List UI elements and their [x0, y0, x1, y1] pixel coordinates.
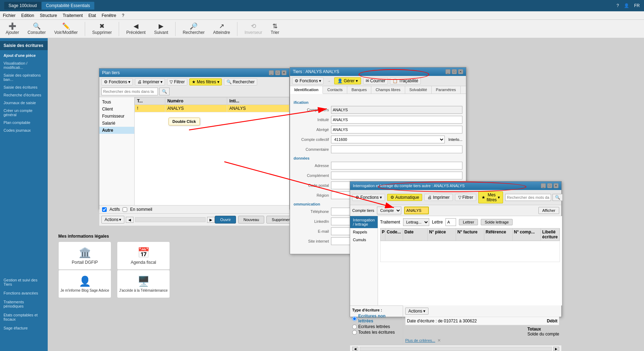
- scroll-right-btn[interactable]: ▶: [207, 217, 215, 223]
- tiers-tab-solvabilite[interactable]: Solvabilité: [405, 86, 432, 94]
- atteindre-button[interactable]: ↗ Atteindre: [210, 22, 233, 36]
- sidebar-item-plan-comptable[interactable]: Plan comptable: [0, 119, 48, 126]
- interro-maximize[interactable]: □: [547, 183, 552, 188]
- telemaintenance-card[interactable]: 🖥️ J'accède à la Télémaintenance: [117, 270, 170, 298]
- agenda-fiscal-card[interactable]: 📅 Agenda fiscal: [117, 242, 170, 270]
- pt-rechercher-btn[interactable]: 🔍 Rechercher: [224, 78, 257, 85]
- interro-filtrer-btn[interactable]: ▽ Filtrer: [455, 194, 477, 201]
- interro-automatique-btn[interactable]: ⚙ Automatique: [387, 194, 422, 201]
- afficher-btn[interactable]: Afficher: [538, 207, 559, 214]
- pt-fonctions-btn[interactable]: ⚙ Fonctions ▾: [101, 78, 133, 85]
- pt-imprimer-btn[interactable]: 🖨 Imprimer ▾: [135, 78, 165, 85]
- filter-autre[interactable]: Autre: [99, 127, 134, 134]
- sidebar-item-gestion-tiers[interactable]: Gestion et suivi des Tiers: [0, 275, 48, 288]
- suivant-button[interactable]: ▶ Suivant: [151, 22, 171, 36]
- menu-fichier[interactable]: Fichier: [3, 13, 16, 18]
- menu-traitement[interactable]: Traitement: [63, 13, 83, 18]
- tiers-maximize[interactable]: □: [452, 69, 457, 74]
- compte-tiers-input[interactable]: [331, 106, 462, 114]
- table-row[interactable]: ! ANALYS ANALYS: [135, 105, 289, 112]
- tiers-close[interactable]: ✕: [458, 69, 463, 74]
- tiers-tab-identification[interactable]: Identification: [290, 86, 323, 94]
- lettre-input[interactable]: [445, 218, 456, 226]
- menu-edition[interactable]: Edition: [21, 13, 34, 18]
- sommeil-checkbox[interactable]: [123, 207, 127, 212]
- scrollbar[interactable]: [135, 217, 206, 222]
- sidebar-item-codes-journaux[interactable]: Codes journaux: [0, 126, 48, 134]
- sidebar-item-operations-ban[interactable]: Saisie des opérations ban...: [0, 71, 48, 83]
- blog-sage-card[interactable]: 👤 Je m'informe Blog Sage Advice: [58, 270, 111, 298]
- trier-button[interactable]: ⇅ Trier: [268, 22, 282, 36]
- compte-value-input[interactable]: [404, 207, 429, 214]
- interro-close[interactable]: ✕: [554, 183, 559, 188]
- scroll-left-btn2[interactable]: ◀: [352, 347, 358, 351]
- tab-comptabilite[interactable]: Comptabilité Essentials: [42, 2, 94, 10]
- solde-lettrage-btn[interactable]: Solde lettrage: [481, 219, 513, 225]
- interro-search-input[interactable]: [505, 194, 551, 201]
- complement-input[interactable]: [331, 172, 462, 179]
- sidebar-item-etats[interactable]: Etats comptables et fiscaux: [0, 310, 48, 323]
- sidebar-item-traitements[interactable]: Traitements périodiques: [0, 297, 48, 310]
- filter-tous[interactable]: Tous: [99, 99, 134, 106]
- lettrer-btn[interactable]: Lettrer: [459, 219, 478, 225]
- sidebar-item-creer-compte[interactable]: Créer un compte général: [0, 107, 48, 119]
- ecritures-non-lettrees-radio[interactable]: [352, 316, 357, 321]
- criteres-close-icon[interactable]: ✕: [437, 338, 441, 343]
- menu-structure[interactable]: Structure: [40, 13, 57, 18]
- horizontal-scrollbar[interactable]: [360, 347, 552, 351]
- sidebar-item-recherche[interactable]: Recherche d'écritures: [0, 91, 48, 99]
- voir-modifier-button[interactable]: ✏️ Voir/Modifier: [51, 22, 81, 36]
- plan-tiers-minimize[interactable]: _: [269, 70, 274, 75]
- plan-tiers-maximize[interactable]: □: [275, 70, 280, 75]
- tiers-tab-champs-libres[interactable]: Champs libres: [371, 86, 405, 94]
- traitement-select[interactable]: Lettrag...: [403, 218, 429, 226]
- filter-client[interactable]: Client: [99, 106, 134, 113]
- interro-mes-filtres-btn[interactable]: ★ Mes filtres ▾: [478, 191, 503, 203]
- sidebar-item-ajout[interactable]: Ajout d'une pièce: [0, 52, 48, 59]
- tiers-courrier-btn[interactable]: ✉ Courrier: [363, 77, 388, 84]
- nouveau-btn[interactable]: Nouveau: [238, 216, 264, 224]
- scroll-left-btn[interactable]: ◀: [126, 217, 134, 223]
- sidebar-item-saisie[interactable]: Saisie des écritures: [0, 83, 48, 91]
- tiers-tab-contacts[interactable]: Contacts: [323, 86, 347, 94]
- interro-item-cumuls[interactable]: Cumuls: [350, 236, 378, 244]
- supprimer-button[interactable]: ✖ Supprimer: [89, 22, 114, 36]
- interro-fonctions-btn[interactable]: ⚙ Fonctions ▾: [352, 194, 385, 201]
- filter-fournisseur[interactable]: Fournisseur: [99, 113, 134, 120]
- rechercher-button[interactable]: 🔎 Rechercher: [180, 22, 207, 36]
- plan-tiers-close[interactable]: ✕: [282, 70, 286, 75]
- compte-filter-select[interactable]: Compte: [377, 207, 401, 214]
- sidebar-item-visualisation[interactable]: Visualisation / modificati...: [0, 59, 48, 71]
- sidebar-item-fonctions-avancees[interactable]: Fonctions avancées: [0, 288, 48, 297]
- plus-criteres-link[interactable]: Plus de critères...: [405, 338, 435, 343]
- consulter-button[interactable]: 🔍 Consulter: [25, 22, 48, 36]
- commentaire-input[interactable]: [331, 145, 462, 153]
- interro-item-rappels[interactable]: Rappels: [350, 228, 378, 236]
- tiers-fonctions-btn[interactable]: ⚙ Fonctions ▾: [292, 77, 324, 84]
- interro-imprimer-btn[interactable]: 🖨 Imprimer: [424, 194, 453, 201]
- actions-button[interactable]: Actions ▾: [101, 216, 124, 224]
- help-icon[interactable]: ?: [616, 3, 619, 8]
- tiers-gerer-btn[interactable]: 👤 Gérer ▾: [334, 77, 361, 84]
- sidebar-item-efacture[interactable]: Sage éfacture: [0, 323, 48, 332]
- ajouter-button[interactable]: ➕ Ajouter: [3, 22, 22, 36]
- compte-collectif-select[interactable]: 411600: [331, 136, 445, 143]
- ouvrir-btn[interactable]: Ouvrir: [215, 216, 236, 224]
- interro-item-interrogation[interactable]: Interrogation / lettrage: [350, 216, 378, 228]
- adresse-input[interactable]: [331, 162, 462, 169]
- filter-salarie[interactable]: Salarié: [99, 120, 134, 127]
- menu-fenetre[interactable]: Fenêtre: [102, 13, 116, 18]
- menu-help[interactable]: ?: [122, 13, 124, 18]
- tiers-tab-parametres[interactable]: Paramètres: [432, 86, 461, 94]
- precedent-button[interactable]: ◀ Précédent: [123, 22, 148, 36]
- toutes-ecritures-radio[interactable]: [352, 330, 357, 335]
- ecritures-lettrees-radio[interactable]: [352, 325, 357, 329]
- scroll-right-btn2[interactable]: ▶: [553, 347, 559, 351]
- interro-minimize[interactable]: _: [541, 183, 546, 188]
- pt-filtrer-btn[interactable]: ▽ Filtrer: [167, 78, 187, 85]
- interro-actions-btn[interactable]: Actions ▾: [405, 308, 429, 315]
- pt-search-input[interactable]: [101, 88, 158, 95]
- tiers-tab-banques[interactable]: Banques: [347, 86, 371, 94]
- abrege-input[interactable]: [331, 126, 462, 133]
- inverseur-button[interactable]: ⟲ Inverseur: [242, 22, 265, 36]
